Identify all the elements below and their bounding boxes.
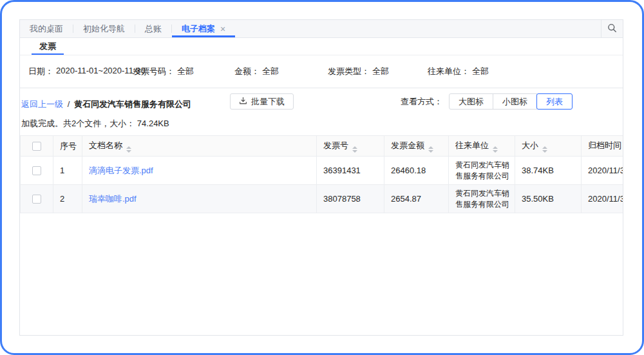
company-name: 黄石同发汽车销售服务有限公司 <box>74 99 191 109</box>
file-link[interactable]: 滴滴电子发票.pdf <box>89 166 153 175</box>
tab-my-desktop[interactable]: 我的桌面 <box>20 20 73 37</box>
sort-icon[interactable] <box>126 146 131 153</box>
filter-label: 发票类型： <box>328 66 370 77</box>
tab-label: 总账 <box>145 23 162 35</box>
sort-icon[interactable] <box>542 146 547 153</box>
load-status: 加载完成。共2个文件，大小： 74.24KB <box>20 117 623 135</box>
filter-value: 全部 <box>262 66 279 77</box>
row-checkbox[interactable] <box>32 166 41 175</box>
subtab-bar: 发票 <box>20 38 623 55</box>
cell-index: 1 <box>53 157 82 185</box>
table-row: 1 滴滴电子发票.pdf 36391431 26460.18 黄石同发汽车销售服… <box>21 157 624 185</box>
batch-download-label: 批量下载 <box>251 96 285 108</box>
filter-label: 往来单位： <box>428 66 469 77</box>
view-mode-option-label: 小图标 <box>502 96 527 108</box>
table-row: 2 瑞幸咖啡.pdf 38078758 2654.87 黄石同发汽车销售服务有限… <box>21 185 624 213</box>
view-list-button[interactable]: 列表 <box>536 93 573 110</box>
view-mode-label: 查看方式： <box>401 96 442 108</box>
tab-electronic-archive[interactable]: 电子档案 × <box>172 20 235 37</box>
cell-invoice-no: 38078758 <box>317 185 384 213</box>
file-link[interactable]: 瑞幸咖啡.pdf <box>89 194 137 204</box>
sort-icon[interactable] <box>493 146 498 153</box>
tab-label: 初始化导航 <box>83 23 125 35</box>
cell-counterparty: 黄石同发汽车销售服务有限公司 <box>449 185 515 213</box>
filter-counterparty[interactable]: 往来单位： 全部 <box>428 66 489 77</box>
search-button[interactable] <box>601 20 623 37</box>
select-all-checkbox[interactable] <box>32 142 41 151</box>
cell-archived-time: 2020/11/30 16: <box>582 157 624 185</box>
view-mode-option-label: 列表 <box>546 96 563 108</box>
search-icon <box>607 23 617 35</box>
filter-value: 全部 <box>372 66 389 77</box>
toolbar: 返回上一级 / 黄石同发汽车销售服务有限公司 批量下载 查看方式： 大图标 <box>20 88 623 117</box>
col-header-size[interactable]: 大小 <box>515 136 582 157</box>
batch-download-button[interactable]: 批量下载 <box>230 93 294 110</box>
app-window: 我的桌面 初始化导航 总账 电子档案 × <box>0 0 644 355</box>
subtab-label: 发票 <box>39 41 56 52</box>
close-icon[interactable]: × <box>220 24 225 34</box>
tab-label: 我的桌面 <box>30 23 63 35</box>
tab-bar: 我的桌面 初始化导航 总账 电子档案 × <box>20 20 623 38</box>
sort-icon[interactable] <box>352 146 357 153</box>
filter-value: 全部 <box>472 66 489 77</box>
filter-label: 发票号码： <box>133 66 175 77</box>
sort-icon[interactable] <box>428 146 433 153</box>
breadcrumb-separator: / <box>68 99 70 109</box>
filter-value: 2020-11-01~2020-11-30 <box>56 66 146 77</box>
back-link[interactable]: 返回上一级 <box>21 99 63 109</box>
cell-amount: 26460.18 <box>384 157 449 185</box>
cell-amount: 2654.87 <box>384 185 449 213</box>
filter-invoice-number[interactable]: 发票号码： 全部 <box>133 66 234 77</box>
cell-invoice-no: 36391431 <box>317 157 384 185</box>
col-header-index: 序号 <box>53 136 82 157</box>
cell-size: 38.74KB <box>515 157 582 185</box>
cell-counterparty: 黄石同发汽车销售服务有限公司 <box>449 157 515 185</box>
filter-bar: 日期： 2020-11-01~2020-11-30 发票号码： 全部 金额： 全… <box>20 55 623 88</box>
cell-size: 35.50KB <box>515 185 582 213</box>
tab-init-navigation[interactable]: 初始化导航 <box>73 20 135 37</box>
col-header-name[interactable]: 文档名称 <box>82 136 317 157</box>
tab-invoice[interactable]: 发票 <box>32 38 64 55</box>
filter-label: 日期： <box>28 66 53 77</box>
cell-index: 2 <box>53 185 82 213</box>
view-mode-group: 大图标 小图标 列表 <box>449 93 573 110</box>
row-checkbox[interactable] <box>32 195 41 204</box>
filter-invoice-type[interactable]: 发票类型： 全部 <box>328 66 428 77</box>
tab-general-ledger[interactable]: 总账 <box>135 20 171 37</box>
col-header-archived-time[interactable]: 归档时间 <box>582 136 624 157</box>
cell-archived-time: 2020/11/30 16: <box>582 185 624 213</box>
download-icon <box>239 97 247 107</box>
breadcrumb: 返回上一级 / 黄石同发汽车销售服务有限公司 <box>21 99 191 110</box>
view-small-icons-button[interactable]: 小图标 <box>493 93 537 110</box>
tab-label: 电子档案 <box>182 23 215 35</box>
view-mode-switch: 查看方式： 大图标 小图标 列表 <box>401 93 573 110</box>
filter-label: 金额： <box>234 66 260 77</box>
view-mode-option-label: 大图标 <box>459 96 484 108</box>
table-header-row: 序号 文档名称 发票号 发票金额 往来单位 大小 <box>21 136 624 157</box>
files-table: 序号 文档名称 发票号 发票金额 往来单位 大小 <box>20 135 623 213</box>
col-header-counterparty[interactable]: 往来单位 <box>449 136 515 157</box>
view-large-icons-button[interactable]: 大图标 <box>449 93 493 110</box>
filter-value: 全部 <box>177 66 194 77</box>
col-header-amount[interactable]: 发票金额 <box>384 136 449 157</box>
filter-amount[interactable]: 金额： 全部 <box>234 66 328 77</box>
filter-date[interactable]: 日期： 2020-11-01~2020-11-30 <box>28 66 133 77</box>
main-panel: 我的桌面 初始化导航 总账 电子档案 × <box>19 19 623 336</box>
col-header-invoice-no[interactable]: 发票号 <box>317 136 384 157</box>
